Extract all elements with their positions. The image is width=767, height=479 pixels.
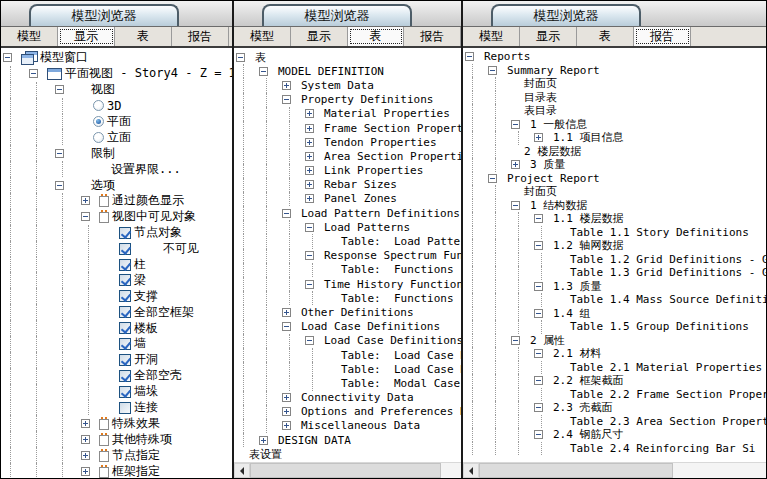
tree-item[interactable]: MODEL DEFINITION xyxy=(236,64,461,78)
tree-item[interactable]: 1.4 组 xyxy=(465,307,766,321)
expander-minus-icon[interactable] xyxy=(511,201,520,210)
tree-item[interactable]: 封面页 xyxy=(465,185,766,199)
tree-item[interactable]: 其他特殊项 xyxy=(3,431,232,447)
expander-minus-icon[interactable] xyxy=(55,85,64,94)
tree-item[interactable]: 视图中可见对象 xyxy=(3,209,232,225)
tree-item[interactable]: 全部空框架 xyxy=(3,304,232,320)
tree-item[interactable]: 1 结构数据 xyxy=(465,199,766,213)
expander-plus-icon[interactable] xyxy=(305,152,314,161)
expander-plus-icon[interactable] xyxy=(81,435,90,444)
tree-item[interactable]: 全部空壳 xyxy=(3,368,232,384)
tree-item[interactable]: 墙 xyxy=(3,336,232,352)
tab-display[interactable]: 显示 xyxy=(58,27,115,46)
tree-item[interactable]: DESIGN DATA xyxy=(236,433,461,447)
expander-minus-icon[interactable] xyxy=(3,53,12,62)
expander-minus-icon[interactable] xyxy=(534,214,543,223)
tab-reports[interactable]: 报告 xyxy=(634,27,691,46)
tree-item[interactable]: Table: Modal Case De xyxy=(236,376,461,390)
horizontal-scrollbar[interactable] xyxy=(463,462,766,478)
expander-plus-icon[interactable] xyxy=(534,133,543,142)
tree-item[interactable]: 1 一般信息 xyxy=(465,118,766,132)
checkbox-checked-icon[interactable] xyxy=(119,227,131,239)
tree-item[interactable]: 1.1 项目信息 xyxy=(465,131,766,145)
tree-item[interactable]: 2.2 框架截面 xyxy=(465,374,766,388)
expander-plus-icon[interactable] xyxy=(305,194,314,203)
expander-minus-icon[interactable] xyxy=(534,430,543,439)
expander-minus-icon[interactable] xyxy=(511,120,520,129)
tree-item[interactable]: 表目录 xyxy=(465,104,766,118)
expander-plus-icon[interactable] xyxy=(282,421,291,430)
scroll-left-arrow-icon[interactable] xyxy=(234,463,250,478)
tree-item[interactable]: 楼板 xyxy=(3,320,232,336)
checkbox-checked-icon[interactable] xyxy=(119,322,131,334)
expander-minus-icon[interactable] xyxy=(259,67,268,76)
tree-item[interactable]: Table: Load Case Def xyxy=(236,348,461,362)
expander-plus-icon[interactable] xyxy=(259,436,268,445)
tree-item[interactable]: 3D xyxy=(3,98,232,114)
tab-display[interactable]: 显示 xyxy=(520,27,577,46)
tree-item[interactable]: Link Properties xyxy=(236,164,461,178)
tree-item[interactable]: 特殊效果 xyxy=(3,415,232,431)
expander-plus-icon[interactable] xyxy=(81,467,90,476)
tree-item[interactable]: Time History Functions xyxy=(236,277,461,291)
checkbox-checked-icon[interactable] xyxy=(119,338,131,350)
expander-minus-icon[interactable] xyxy=(305,223,314,232)
radio-icon[interactable] xyxy=(93,100,104,111)
tree-item[interactable]: Table 1.3 Grid Definitions - Grid xyxy=(465,266,766,280)
model-browser-tab[interactable]: 模型浏览器 xyxy=(262,4,412,26)
tree-item[interactable]: 表 xyxy=(236,50,461,64)
tree-item[interactable]: 2.1 材料 xyxy=(465,347,766,361)
tree-item[interactable]: 连接 xyxy=(3,400,232,416)
expander-plus-icon[interactable] xyxy=(282,393,291,402)
tree-item[interactable]: 平面 xyxy=(3,114,232,130)
tree-item[interactable]: 表设置 xyxy=(236,447,461,461)
checkbox-checked-icon[interactable] xyxy=(119,354,131,366)
tree-item[interactable]: Material Properties xyxy=(236,107,461,121)
tree-item[interactable]: Load Pattern Definitions xyxy=(236,206,461,220)
tree-item[interactable]: Table 2.4 Reinforcing Bar Si xyxy=(465,442,766,456)
tree-item[interactable]: 支撑 xyxy=(3,288,232,304)
tree-item[interactable]: 1.2 轴网数据 xyxy=(465,239,766,253)
expander-minus-icon[interactable] xyxy=(534,241,543,250)
tree-item[interactable]: Table 1.1 Story Definitions xyxy=(465,226,766,240)
tree-item[interactable]: 立面 xyxy=(3,129,232,145)
tree-item[interactable]: Table 1.5 Group Definitions xyxy=(465,320,766,334)
tree-item[interactable]: 节点对象 xyxy=(3,225,232,241)
tree-item[interactable]: Load Case Definitions xyxy=(236,320,461,334)
tree-item[interactable]: Table: Functions - R xyxy=(236,263,461,277)
tree-item[interactable]: Connectivity Data xyxy=(236,391,461,405)
tree-item[interactable]: Load Case Definitions xyxy=(236,334,461,348)
radio-selected-icon[interactable] xyxy=(93,116,104,127)
checkbox-checked-icon[interactable] xyxy=(119,290,131,302)
expander-minus-icon[interactable] xyxy=(282,95,291,104)
checkbox-checked-icon[interactable] xyxy=(119,386,131,398)
expander-plus-icon[interactable] xyxy=(305,124,314,133)
scroll-left-arrow-icon[interactable] xyxy=(463,463,479,478)
tree-item[interactable]: Panel Zones xyxy=(236,192,461,206)
tree-item[interactable]: 平面视图 - Story4 - Z = 12 xyxy=(3,66,232,82)
tree-item[interactable]: Project Report xyxy=(465,172,766,186)
expander-plus-icon[interactable] xyxy=(305,180,314,189)
tree-item[interactable]: 视图 xyxy=(3,82,232,98)
expander-minus-icon[interactable] xyxy=(55,181,64,190)
expander-minus-icon[interactable] xyxy=(534,309,543,318)
checkbox-unchecked-icon[interactable] xyxy=(119,402,131,414)
tree-item[interactable]: Response Spectrum Functi xyxy=(236,249,461,263)
model-browser-tab[interactable]: 模型浏览器 xyxy=(491,4,641,26)
tree-item[interactable]: 2.3 壳截面 xyxy=(465,401,766,415)
model-browser-tab[interactable]: 模型浏览器 xyxy=(29,4,179,26)
tab-model[interactable]: 模型 xyxy=(463,27,520,46)
tree-item[interactable]: Table 2.2 Frame Section Property D xyxy=(465,388,766,402)
tab-tables[interactable]: 表 xyxy=(115,27,172,46)
tree-item[interactable]: 2 属性 xyxy=(465,334,766,348)
expander-plus-icon[interactable] xyxy=(511,160,520,169)
expander-minus-icon[interactable] xyxy=(534,349,543,358)
expander-minus-icon[interactable] xyxy=(55,149,64,158)
expander-minus-icon[interactable] xyxy=(488,174,497,183)
tree-item[interactable]: Other Definitions xyxy=(236,305,461,319)
tab-model[interactable]: 模型 xyxy=(234,27,291,46)
tree-item[interactable]: 梁 xyxy=(3,272,232,288)
expander-minus-icon[interactable] xyxy=(465,52,474,61)
expander-minus-icon[interactable] xyxy=(511,336,520,345)
tree-item[interactable]: 选项 xyxy=(3,177,232,193)
